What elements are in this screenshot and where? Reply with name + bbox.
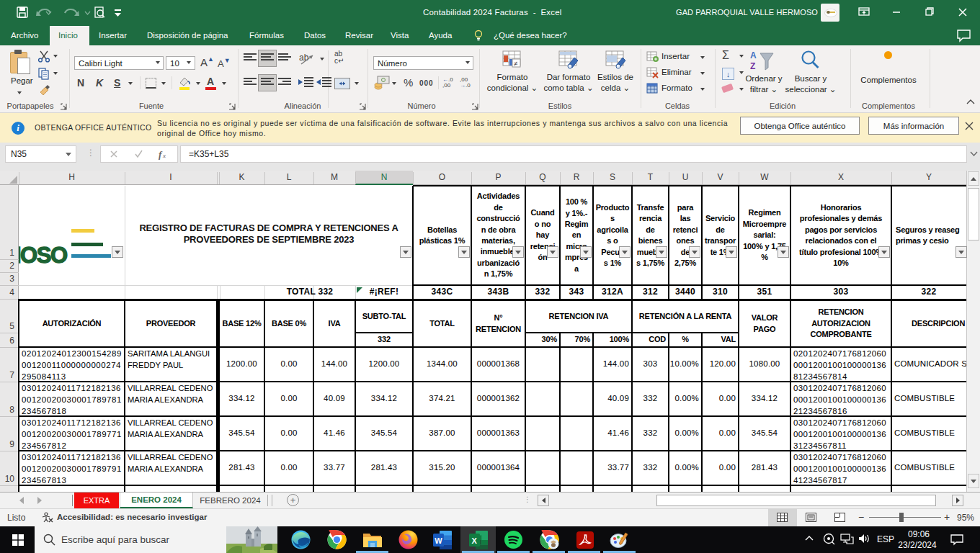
svg-text:W: W (435, 536, 442, 545)
svg-text:ab: ab (299, 53, 309, 63)
svg-text:A: A (750, 50, 757, 60)
svg-text:Z: Z (750, 61, 755, 71)
svg-text:≠: ≠ (514, 60, 518, 68)
svg-text:X: X (472, 536, 478, 545)
svg-text:x: x (162, 152, 166, 159)
